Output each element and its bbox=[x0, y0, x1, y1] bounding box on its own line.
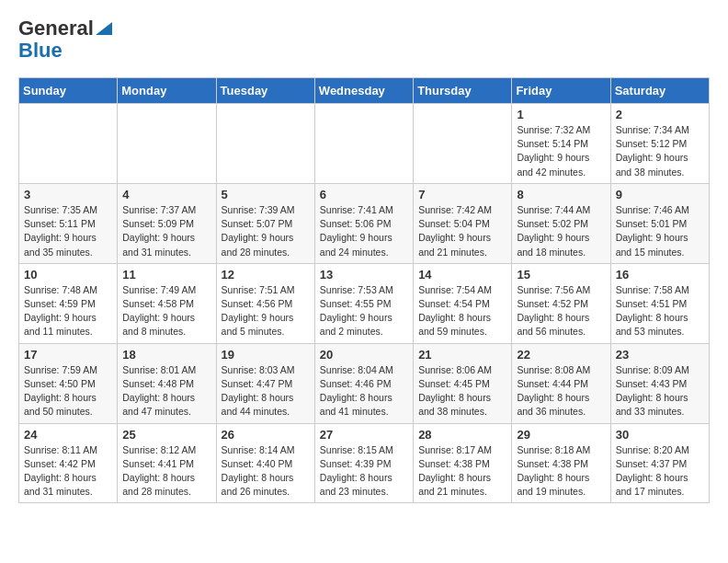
day-number: 28 bbox=[418, 428, 506, 442]
calendar-header-thursday: Thursday bbox=[414, 78, 512, 104]
day-info: Sunrise: 8:12 AMSunset: 4:41 PMDaylight:… bbox=[122, 443, 210, 500]
day-info: Sunrise: 7:59 AMSunset: 4:50 PMDaylight:… bbox=[24, 363, 112, 419]
calendar-day-2: 2Sunrise: 7:34 AMSunset: 5:12 PMDaylight… bbox=[610, 104, 709, 184]
calendar-day-26: 26Sunrise: 8:14 AMSunset: 4:40 PMDayligh… bbox=[216, 423, 314, 503]
calendar-header-wednesday: Wednesday bbox=[314, 78, 413, 104]
day-info: Sunrise: 7:54 AMSunset: 4:54 PMDaylight:… bbox=[418, 283, 506, 339]
day-info: Sunrise: 8:08 AMSunset: 4:44 PMDaylight:… bbox=[517, 363, 605, 419]
calendar-header-sunday: Sunday bbox=[19, 78, 118, 104]
day-info: Sunrise: 7:44 AMSunset: 5:02 PMDaylight:… bbox=[517, 203, 605, 259]
calendar-header-tuesday: Tuesday bbox=[216, 78, 314, 104]
calendar-week-row: 1Sunrise: 7:32 AMSunset: 5:14 PMDaylight… bbox=[19, 104, 710, 184]
day-number: 29 bbox=[517, 428, 605, 442]
calendar-day-22: 22Sunrise: 8:08 AMSunset: 4:44 PMDayligh… bbox=[512, 343, 610, 423]
day-number: 7 bbox=[418, 188, 506, 201]
calendar-day-19: 19Sunrise: 8:03 AMSunset: 4:47 PMDayligh… bbox=[216, 343, 314, 423]
day-info: Sunrise: 7:58 AMSunset: 4:51 PMDaylight:… bbox=[616, 283, 704, 339]
day-number: 19 bbox=[222, 348, 310, 362]
calendar-day-17: 17Sunrise: 7:59 AMSunset: 4:50 PMDayligh… bbox=[19, 343, 118, 423]
day-number: 24 bbox=[24, 428, 112, 442]
day-info: Sunrise: 8:06 AMSunset: 4:45 PMDaylight:… bbox=[418, 363, 506, 419]
calendar-day-6: 6Sunrise: 7:41 AMSunset: 5:06 PMDaylight… bbox=[314, 183, 413, 263]
day-number: 17 bbox=[24, 348, 112, 362]
calendar-day-30: 30Sunrise: 8:20 AMSunset: 4:37 PMDayligh… bbox=[610, 423, 709, 503]
calendar-day-28: 28Sunrise: 8:17 AMSunset: 4:38 PMDayligh… bbox=[414, 423, 512, 503]
calendar-header-row: SundayMondayTuesdayWednesdayThursdayFrid… bbox=[19, 78, 710, 104]
day-number: 12 bbox=[222, 268, 310, 282]
calendar-day-4: 4Sunrise: 7:37 AMSunset: 5:09 PMDaylight… bbox=[118, 183, 216, 263]
day-number: 8 bbox=[517, 188, 605, 201]
day-number: 14 bbox=[418, 268, 506, 282]
day-info: Sunrise: 7:37 AMSunset: 5:09 PMDaylight:… bbox=[122, 203, 210, 259]
day-number: 27 bbox=[320, 428, 408, 442]
day-info: Sunrise: 7:35 AMSunset: 5:11 PMDaylight:… bbox=[24, 203, 112, 259]
day-number: 4 bbox=[122, 188, 210, 201]
day-number: 9 bbox=[616, 188, 704, 201]
day-info: Sunrise: 8:17 AMSunset: 4:38 PMDaylight:… bbox=[418, 443, 506, 500]
empty-day bbox=[314, 104, 413, 184]
calendar-table: SundayMondayTuesdayWednesdayThursdayFrid… bbox=[18, 77, 710, 503]
day-info: Sunrise: 8:20 AMSunset: 4:37 PMDaylight:… bbox=[616, 443, 704, 500]
day-number: 25 bbox=[122, 428, 210, 442]
day-info: Sunrise: 8:01 AMSunset: 4:48 PMDaylight:… bbox=[122, 363, 210, 419]
day-info: Sunrise: 7:46 AMSunset: 5:01 PMDaylight:… bbox=[616, 203, 704, 259]
empty-day bbox=[414, 104, 512, 184]
empty-day bbox=[118, 104, 216, 184]
calendar-day-10: 10Sunrise: 7:48 AMSunset: 4:59 PMDayligh… bbox=[19, 263, 118, 343]
day-number: 26 bbox=[222, 428, 310, 442]
day-number: 2 bbox=[616, 108, 704, 121]
calendar-week-row: 17Sunrise: 7:59 AMSunset: 4:50 PMDayligh… bbox=[19, 343, 710, 423]
calendar-day-27: 27Sunrise: 8:15 AMSunset: 4:39 PMDayligh… bbox=[314, 423, 413, 503]
day-number: 30 bbox=[616, 428, 704, 442]
calendar-day-25: 25Sunrise: 8:12 AMSunset: 4:41 PMDayligh… bbox=[118, 423, 216, 503]
calendar-day-15: 15Sunrise: 7:56 AMSunset: 4:52 PMDayligh… bbox=[512, 263, 610, 343]
page-header: General Blue bbox=[18, 18, 710, 63]
day-info: Sunrise: 7:39 AMSunset: 5:07 PMDaylight:… bbox=[222, 203, 310, 259]
day-info: Sunrise: 7:56 AMSunset: 4:52 PMDaylight:… bbox=[517, 283, 605, 339]
calendar-day-13: 13Sunrise: 7:53 AMSunset: 4:55 PMDayligh… bbox=[314, 263, 413, 343]
day-info: Sunrise: 7:49 AMSunset: 4:58 PMDaylight:… bbox=[122, 283, 210, 339]
day-info: Sunrise: 8:11 AMSunset: 4:42 PMDaylight:… bbox=[24, 443, 112, 500]
day-number: 20 bbox=[320, 348, 408, 362]
calendar-day-1: 1Sunrise: 7:32 AMSunset: 5:14 PMDaylight… bbox=[512, 104, 610, 184]
empty-day bbox=[19, 104, 118, 184]
day-number: 5 bbox=[222, 188, 310, 201]
day-number: 10 bbox=[24, 268, 112, 282]
day-number: 1 bbox=[517, 108, 605, 121]
calendar-day-16: 16Sunrise: 7:58 AMSunset: 4:51 PMDayligh… bbox=[610, 263, 709, 343]
logo: General Blue bbox=[18, 18, 112, 63]
day-number: 22 bbox=[517, 348, 605, 362]
calendar-header-friday: Friday bbox=[512, 78, 610, 104]
calendar-day-11: 11Sunrise: 7:49 AMSunset: 4:58 PMDayligh… bbox=[118, 263, 216, 343]
day-number: 18 bbox=[122, 348, 210, 362]
day-number: 23 bbox=[616, 348, 704, 362]
day-info: Sunrise: 7:41 AMSunset: 5:06 PMDaylight:… bbox=[320, 203, 408, 259]
day-info: Sunrise: 7:32 AMSunset: 5:14 PMDaylight:… bbox=[517, 123, 605, 179]
calendar-day-24: 24Sunrise: 8:11 AMSunset: 4:42 PMDayligh… bbox=[19, 423, 118, 503]
svg-marker-0 bbox=[96, 22, 112, 35]
calendar-header-monday: Monday bbox=[118, 78, 216, 104]
day-info: Sunrise: 8:09 AMSunset: 4:43 PMDaylight:… bbox=[616, 363, 704, 419]
empty-day bbox=[216, 104, 314, 184]
logo-text-blue: Blue bbox=[18, 39, 63, 63]
calendar-day-18: 18Sunrise: 8:01 AMSunset: 4:48 PMDayligh… bbox=[118, 343, 216, 423]
logo-arrow-icon bbox=[96, 22, 112, 35]
day-info: Sunrise: 8:14 AMSunset: 4:40 PMDaylight:… bbox=[222, 443, 310, 500]
day-number: 3 bbox=[24, 188, 112, 201]
calendar-week-row: 24Sunrise: 8:11 AMSunset: 4:42 PMDayligh… bbox=[19, 423, 710, 503]
calendar-day-20: 20Sunrise: 8:04 AMSunset: 4:46 PMDayligh… bbox=[314, 343, 413, 423]
day-number: 21 bbox=[418, 348, 506, 362]
calendar-day-12: 12Sunrise: 7:51 AMSunset: 4:56 PMDayligh… bbox=[216, 263, 314, 343]
day-info: Sunrise: 8:15 AMSunset: 4:39 PMDaylight:… bbox=[320, 443, 408, 500]
day-number: 11 bbox=[122, 268, 210, 282]
calendar-day-29: 29Sunrise: 8:18 AMSunset: 4:38 PMDayligh… bbox=[512, 423, 610, 503]
logo-text-general: General bbox=[18, 18, 94, 39]
day-info: Sunrise: 8:04 AMSunset: 4:46 PMDaylight:… bbox=[320, 363, 408, 419]
calendar-day-8: 8Sunrise: 7:44 AMSunset: 5:02 PMDaylight… bbox=[512, 183, 610, 263]
calendar-day-14: 14Sunrise: 7:54 AMSunset: 4:54 PMDayligh… bbox=[414, 263, 512, 343]
day-number: 16 bbox=[616, 268, 704, 282]
day-number: 6 bbox=[320, 188, 408, 201]
day-info: Sunrise: 7:53 AMSunset: 4:55 PMDaylight:… bbox=[320, 283, 408, 339]
calendar-header-saturday: Saturday bbox=[610, 78, 709, 104]
calendar-day-3: 3Sunrise: 7:35 AMSunset: 5:11 PMDaylight… bbox=[19, 183, 118, 263]
